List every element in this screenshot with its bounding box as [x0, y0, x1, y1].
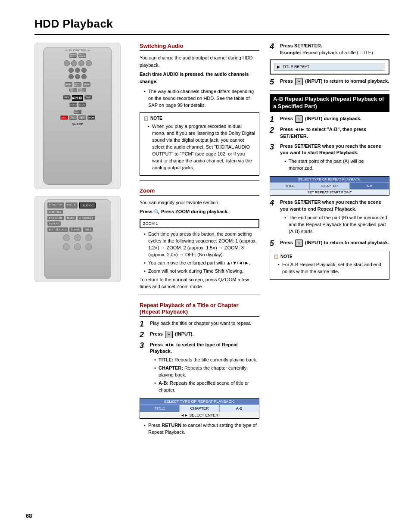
remote-btn-6 [75, 68, 80, 73]
input-icon-ab5: ⤷ [295, 240, 303, 247]
remote-rec: ●REC [60, 115, 68, 120]
note-icon-audio: 📋 [143, 115, 149, 122]
title-repeat-screen: ▶ TITLE REPEAT [270, 59, 389, 75]
screen-cell-ab: A-B [220, 405, 259, 412]
ab-type-screen: SELECT TYPE OF REPEAT PLAYBACK: TITLE CH… [270, 176, 389, 196]
title-keyword: TITLE: [159, 357, 173, 362]
remote-zoom: ZOOM [87, 115, 95, 120]
ab-step5: 5 Press ⤷ (INPUT) to return to normal pl… [270, 240, 389, 247]
page-title: HDD Playback [34, 17, 389, 35]
right-column: 4 Press SET/ENTER. Example: Repeat playb… [270, 43, 389, 437]
ab-screen-title: SELECT TYPE OF REPEAT PLAYBACK: [270, 177, 389, 182]
step-number-4: 4 [270, 43, 277, 50]
repeat-type-screen: SELECT TYPE OF REPEAT PLAYBACK: TITLE CH… [140, 398, 259, 419]
switching-audio-bullet1: The way audio channels change differs de… [144, 88, 259, 109]
ab-step-number-5: 5 [270, 240, 277, 247]
note-icon-ab: 📋 [274, 254, 279, 260]
zoom-desc: You can magnify your favorite section. P… [140, 199, 259, 215]
left-column: — TV CONTROL — POWER VOL CH POWER [34, 43, 129, 437]
remote-body-large: — TV CONTROL — POWER VOL CH POWER [43, 47, 112, 185]
ab-step4-bullet1: The end point of the part (B) will be me… [284, 215, 389, 235]
remote-rec-list: REC LIST [69, 88, 77, 92]
zoom-bullet2: You can move the enlarged part with ▲/▼/… [144, 260, 259, 267]
remote-btn-7 [81, 68, 87, 73]
remote-buttons: POWER VOL CH POWER [44, 52, 112, 128]
page-container: HDD Playback — TV CONTROL — POWER VOL CH… [0, 0, 411, 454]
content-columns: — TV CONTROL — POWER VOL CH POWER [34, 43, 389, 437]
remote-fwd: FWD [84, 95, 92, 100]
switching-audio-bullets: The way audio channels change differs de… [140, 88, 259, 109]
remote-program: PROGRAM [47, 216, 64, 220]
ab-step1: 1 Press ⤷ (INPUT) during playback. [270, 115, 389, 123]
remote-btn-3 [78, 60, 84, 66]
repeat-return-bullet: Press RETURN to cancel without setting t… [144, 422, 259, 436]
ab-step-number-1: 1 [270, 115, 277, 123]
switching-audio-description: You can change the audio output channel … [140, 54, 259, 68]
step-number-2: 2 [140, 331, 147, 339]
input-icon-step2: ⤷ [165, 331, 173, 338]
ab-step2: 2 Press ◄/► to select "A-B", then press … [270, 126, 389, 140]
repeat-step1: 1 Play back the title or chapter you wan… [140, 320, 259, 328]
divider-2 [140, 295, 259, 295]
remote-rev: REV [63, 95, 71, 100]
remote-power-vol: POWER VOL [69, 53, 77, 58]
remote-play: ▶PLAY [72, 95, 83, 101]
switching-audio-note: 📋 NOTE When you play a program recorded … [140, 112, 259, 176]
remote-sharp-label: SHARP [72, 123, 83, 126]
title-repeat-inner: ▶ TITLE REPEAT [274, 63, 385, 71]
step5-right-content: Press ⤷ (INPUT) to return to normal play… [280, 78, 389, 85]
ab-keyword: A-B: [159, 380, 168, 386]
remote-dvd-menu-btn: DVD MENU [78, 88, 86, 92]
input-icon-ab1: ⤷ [295, 115, 303, 123]
ab-note-header: 📋 NOTE [274, 254, 386, 260]
ab-repeat-title: A-B Repeat Playback (Repeat Playback of … [270, 94, 389, 112]
zoom-bullets: Each time you press this button, the zoo… [140, 231, 259, 275]
title-repeat-text: TITLE REPEAT [283, 65, 309, 69]
ab-cell-chapter: CHAPTER [310, 183, 349, 189]
ab-step5-content: Press ⤷ (INPUT) to return to normal play… [280, 240, 389, 247]
switching-audio-title: Switching Audio [140, 43, 259, 51]
zoom-title: Zoom [140, 187, 259, 196]
remote-btn-2 [71, 60, 77, 66]
step3-title-bullet: TITLE: Repeats the title currently playi… [154, 357, 259, 364]
screen-table-header: SELECT TYPE OF REPEAT PLAYBACK: [140, 398, 259, 404]
ab-step4-content: Press SET/ENTER when you reach the scene… [280, 199, 389, 236]
ab-cell-ab: A-B [350, 183, 389, 189]
ab-step2-text: Press ◄/► to select "A-B", then press SE… [280, 127, 366, 139]
remote-function: FUNCTION [47, 202, 64, 208]
ab-step4-label: Press SET/ENTER when you reach the scene… [280, 199, 381, 212]
switching-audio-desc: You can change the audio output channel … [140, 54, 259, 85]
zoom-screen-box: ZOOM 1 [140, 219, 259, 228]
screen-table-row1: TITLE CHAPTER A-B [140, 404, 259, 412]
remote-ch-power: CH POWER [78, 53, 86, 58]
remote-body-small: FUNCTION ANGLE AUDIO SUBTITLE PROGRAM MA… [44, 199, 111, 279]
remote-image-large: — TV CONTROL — POWER VOL CH POWER [34, 43, 121, 189]
ab-step3-label: Press SET/ENTER when you reach the scene… [280, 143, 381, 156]
zoom-screen-label: ZOOM 1 [143, 221, 158, 226]
remote-btn-9 [75, 74, 80, 79]
ab-screen-row1: TITLE CHAPTER A-B [270, 182, 389, 189]
zoom-bullet3: Zoom will not work during Time Shift Vie… [144, 268, 259, 275]
remote-inpt-search: INPT SEARCH [47, 227, 68, 232]
step3-bullets: TITLE: Repeats the title currently playi… [150, 357, 259, 394]
remote-circle-2 [74, 234, 81, 241]
title-desc: Repeats the title currently playing back… [174, 357, 257, 362]
note-bullet-audio1: When you play a program recorded in dual… [148, 123, 255, 171]
ab-desc: Repeats the specified scene of title or … [159, 380, 249, 392]
ab-step2-content: Press ◄/► to select "A-B", then press SE… [280, 126, 389, 140]
step3-label: Press ◄/► to select the type of Repeat P… [150, 342, 238, 354]
screen-cell-chapter: CHAPTER [180, 405, 219, 412]
repeat-step3: 3 Press ◄/► to select the type of Repeat… [140, 342, 259, 395]
ab-note-bullet1: For A-B Repeat Playback, set the start a… [278, 261, 386, 275]
zoom-press-instruction: Press 🔍 Press ZOOM during playback. [140, 209, 229, 214]
remote-tv-control-label: — TV CONTROL — [44, 47, 112, 52]
ab-step-number-4: 4 [270, 199, 277, 207]
remote-dvd: DVD [83, 82, 90, 87]
return-keyword: RETURN [162, 423, 181, 428]
step3-chapter-bullet: CHAPTER: Repeats the chapter currently p… [154, 365, 259, 379]
middle-column: Switching Audio You can change the audio… [140, 43, 259, 437]
ab-step3: 3 Press SET/ENTER when you reach the sce… [270, 143, 389, 174]
step-number-1: 1 [140, 320, 147, 328]
note-header-audio: 📋 NOTE [143, 115, 255, 122]
ab-step1-content: Press ⤷ (INPUT) during playback. [280, 115, 389, 123]
